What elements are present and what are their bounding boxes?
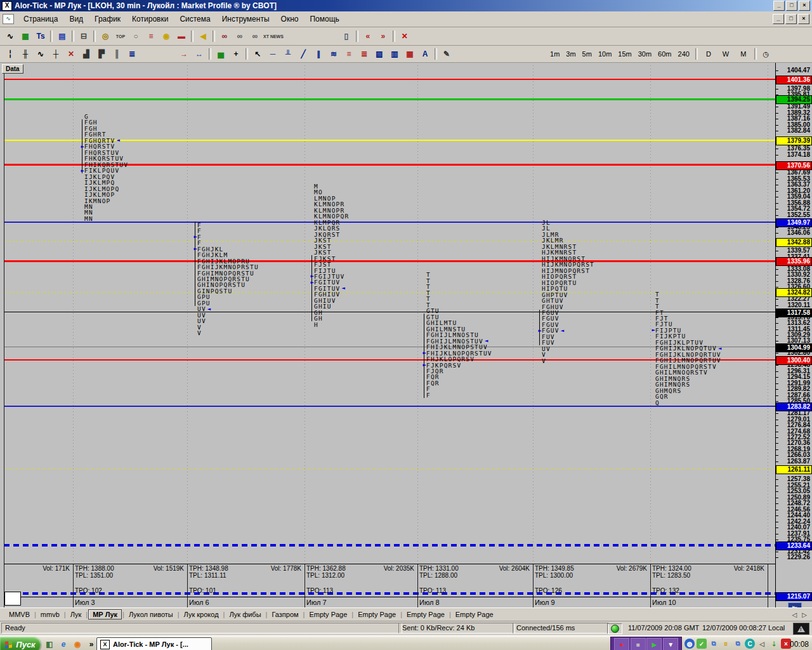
period-W-button[interactable]: W (717, 50, 734, 58)
timeframe-60m-button[interactable]: 60m (655, 50, 674, 58)
child-minimize-button[interactable]: _ (773, 14, 784, 24)
page-tab-Empty Page[interactable]: Empty Page (452, 610, 497, 619)
child-restore-button[interactable]: □ (785, 14, 797, 24)
time-sales-button[interactable]: Ts (33, 29, 48, 43)
menu-item-Инструменты[interactable]: Инструменты (216, 13, 275, 25)
market-depth-button[interactable]: ≡ (143, 29, 159, 43)
bars-tool-button[interactable]: ▥ (387, 47, 402, 61)
delete-page-button[interactable]: ✕ (397, 29, 412, 43)
print-button[interactable]: ⊟ (76, 29, 91, 43)
compress-button[interactable]: → (176, 47, 192, 61)
glasses-3-button[interactable]: ∞ (247, 29, 263, 43)
top-list-button[interactable]: TOP (113, 29, 128, 43)
recorder-dropdown[interactable]: ▼ (663, 638, 678, 650)
taskbar-task-button[interactable]: X Alor-Tick - МР Лук - [... (96, 637, 212, 650)
new-page-button[interactable]: ▯ (339, 29, 354, 43)
alert-icon[interactable] (793, 623, 809, 635)
page-tab-MMVB[interactable]: MMVB (5, 610, 34, 619)
menu-item-Вид[interactable]: Вид (63, 13, 89, 25)
tray-teal-app-icon[interactable]: C (745, 639, 755, 649)
vline-tool-button[interactable]: ╨ (280, 47, 296, 61)
record-button[interactable]: ● (614, 638, 629, 650)
page-tab-Лук крокод[interactable]: Лук крокод (180, 610, 223, 619)
menu-item-Страница[interactable]: Страница (18, 13, 63, 25)
line-chart-button[interactable]: ∿ (33, 47, 48, 61)
money-button[interactable]: ◉ (159, 29, 174, 43)
play-button[interactable]: ▶ (646, 638, 662, 650)
restore-button[interactable]: □ (786, 1, 797, 11)
point-figure-button[interactable]: ✕ (63, 47, 79, 61)
page-tab-Empty Page[interactable]: Empty Page (354, 610, 400, 619)
glasses-1-button[interactable]: ∞ (217, 29, 232, 43)
page-tab-mmvb[interactable]: mmvb (37, 610, 63, 619)
sound-button[interactable]: ◀ (195, 29, 211, 43)
page-tab-Empty Page[interactable]: Empty Page (305, 610, 351, 619)
tray-key-lock-icon[interactable]: ¤ (721, 639, 731, 649)
crosshair-button[interactable]: + (228, 47, 244, 61)
main-chart-button[interactable]: ∿ (3, 29, 18, 43)
tabs-scroll-left-icon[interactable]: ◁ (792, 611, 797, 618)
tray-volume-icon[interactable]: ◁ (757, 639, 767, 649)
quicklaunch-overflow-icon[interactable]: » (85, 639, 98, 650)
timeframe-240-button[interactable]: 240 (676, 50, 692, 58)
hatch-tool-button[interactable]: ▨ (372, 47, 387, 61)
tray-network-b-icon[interactable]: ⧉ (733, 639, 743, 649)
regression-tool-button[interactable]: ≋ (326, 47, 341, 61)
page-tab-Лукол пивоты[interactable]: Лукол пивоты (125, 610, 177, 619)
flag-button[interactable]: ▬ (174, 29, 189, 43)
fib-tool-button[interactable]: ≣ (357, 47, 372, 61)
timeframe-10m-button[interactable]: 10m (596, 50, 614, 58)
page-tab-МР Лук[interactable]: МР Лук (88, 609, 122, 620)
quotes-table-button[interactable]: ▦ (18, 29, 33, 43)
menu-item-Помощь[interactable]: Помощь (304, 13, 344, 25)
hline-tool-button[interactable]: ─ (265, 47, 280, 61)
page-tab-Лук фибы[interactable]: Лук фибы (225, 610, 265, 619)
export-page-button[interactable]: » (376, 29, 391, 43)
tray-green-check-icon[interactable]: ✓ (697, 639, 707, 649)
expand-button[interactable]: ↔ (192, 47, 207, 61)
chart-plot[interactable]: GFGHFGHFGHRTFGHQRTV◄►FHQRSTVFHQRSTUVFHKQ… (0, 63, 775, 607)
menu-item-Котировки[interactable]: Котировки (126, 13, 174, 25)
clock-interval-icon[interactable]: ◷ (760, 50, 771, 59)
market-profile-button[interactable]: ≣ (124, 47, 140, 61)
candlestick-button[interactable]: ║ (109, 47, 124, 61)
minimize-button[interactable]: _ (773, 1, 785, 11)
kagi-chart-button[interactable]: ▛ (94, 47, 109, 61)
step-chart-button[interactable]: ▟ (79, 47, 94, 61)
trendline-tool-button[interactable]: ╱ (296, 47, 311, 61)
quicklaunch-ie-icon[interactable]: e (57, 639, 70, 650)
channel-tool-button[interactable]: ∥ (311, 47, 326, 61)
paint-tool-button[interactable]: ✎ (439, 47, 454, 61)
data-pane-tab[interactable]: Data (2, 64, 23, 74)
volume-button[interactable]: ▅ (213, 47, 228, 61)
quicklaunch-app-icon[interactable]: ◧ (43, 639, 56, 650)
menu-item-Система[interactable]: Система (174, 13, 216, 25)
xt-news-button[interactable]: XT NEWS (263, 29, 284, 43)
tabs-scroll-right-icon[interactable]: ▷ (802, 611, 807, 618)
page-tab-Лук[interactable]: Лук (67, 610, 86, 619)
tray-network-a-icon[interactable]: ⧉ (709, 639, 719, 649)
glasses-2-button[interactable]: ∞ (232, 29, 247, 43)
menu-item-График[interactable]: График (89, 13, 126, 25)
quicklaunch-media-player-icon[interactable]: ◉ (71, 639, 84, 650)
levels-tool-button[interactable]: ≡ (341, 47, 357, 61)
close-button[interactable]: × (799, 1, 810, 11)
instrument-table-button[interactable]: ▤ (55, 29, 70, 43)
zone-tool-button[interactable]: ▦ (402, 47, 417, 61)
period-D-button[interactable]: D (701, 50, 716, 58)
timeframe-1m-button[interactable]: 1m (547, 50, 562, 58)
import-page-button[interactable]: « (360, 29, 376, 43)
zoom-button[interactable]: ○ (128, 29, 143, 43)
tray-globe-icon[interactable]: ◍ (684, 639, 695, 649)
page-tab-Empty Page[interactable]: Empty Page (403, 610, 449, 619)
find-button[interactable]: ◎ (98, 29, 113, 43)
text-tool-button[interactable]: A (417, 47, 433, 61)
child-close-button[interactable]: × (798, 14, 809, 24)
stop-button[interactable]: ■ (631, 638, 646, 650)
start-button[interactable]: Пуск (0, 637, 41, 650)
timeframe-5m-button[interactable]: 5m (580, 50, 594, 58)
timeframe-15m-button[interactable]: 15m (615, 50, 634, 58)
timeframe-30m-button[interactable]: 30m (636, 50, 654, 58)
pointer-button[interactable]: ↖ (250, 47, 265, 61)
bar-chart-button[interactable]: ┼ (48, 47, 63, 61)
